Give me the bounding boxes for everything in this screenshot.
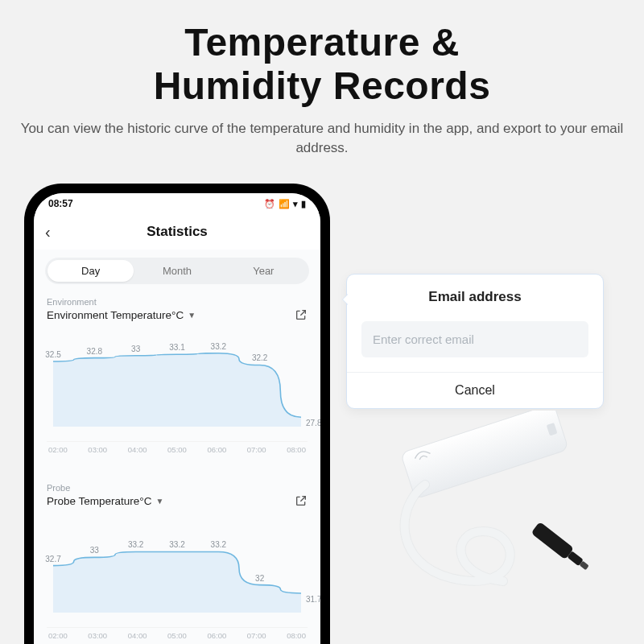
section-group-label: Probe [47,483,308,493]
sensor-device-illustration [362,411,612,620]
hero-title: Temperature & Humidity Records [0,0,644,108]
email-export-dialog: Email address Enter correct email Cancel [346,274,604,409]
section-group-label: Environment [47,297,308,307]
section-environment: Environment Environment Temperature°C ▼ … [34,289,320,454]
back-button[interactable]: ‹ [45,223,51,242]
status-bar: 08:57 ⏰ 📶 ▾ ▮ [34,193,320,214]
phone-screen: 08:57 ⏰ 📶 ▾ ▮ ‹ Statistics Day Month Yea… [34,193,320,644]
chevron-down-icon: ▼ [188,311,196,320]
nav-title: Statistics [147,224,208,240]
metric-selector[interactable]: Probe Temperature°C ▼ [47,495,163,507]
tab-month[interactable]: Month [134,260,220,282]
status-icons: ⏰ 📶 ▾ ▮ [264,199,306,209]
tab-day[interactable]: Day [47,260,134,282]
chevron-down-icon: ▼ [155,497,163,506]
alarm-icon: ⏰ [264,199,275,209]
svg-rect-2 [530,522,574,559]
chart-probe: 32.73333.233.233.23231.7 [47,512,308,628]
cancel-button[interactable]: Cancel [347,372,603,408]
wifi-icon: ▾ [293,199,298,209]
email-field[interactable]: Enter correct email [361,321,588,357]
section-probe: Probe Probe Temperature°C ▼ 32.73333.233… [34,475,320,640]
dialog-title: Email address [347,289,603,305]
status-time: 08:57 [48,198,73,209]
nav-bar: ‹ Statistics [34,214,320,250]
tab-year[interactable]: Year [221,260,307,282]
chart-xaxis: 02:0003:0004:0005:0006:0007:0008:00 [47,631,308,640]
chart-xaxis: 02:0003:0004:0005:0006:0007:0008:00 [47,445,308,454]
battery-icon: ▮ [301,199,306,209]
metric-selector[interactable]: Environment Temperature°C ▼ [47,309,196,321]
hero-subtitle: You can view the historic curve of the t… [0,119,644,159]
chart-environment: 32.532.83333.133.232.227.8 [47,326,308,442]
phone-mockup: 08:57 ⏰ 📶 ▾ ▮ ‹ Statistics Day Month Yea… [24,184,330,644]
signal-icon: 📶 [279,199,290,209]
export-icon[interactable] [295,308,308,321]
range-segmented-control[interactable]: Day Month Year [45,258,309,284]
export-icon[interactable] [295,494,308,507]
